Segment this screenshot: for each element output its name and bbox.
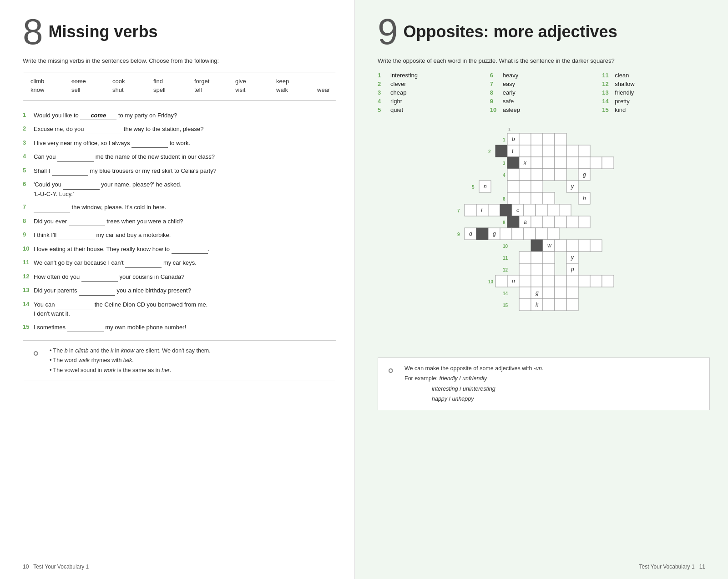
r15-0[interactable] — [519, 299, 531, 311]
blank-9[interactable] — [58, 231, 95, 240]
r4c2[interactable] — [519, 169, 531, 181]
blank-14[interactable] — [56, 300, 93, 310]
r11-2[interactable] — [543, 252, 555, 263]
r4c4[interactable] — [543, 169, 555, 181]
section-9-title: Opposites: more adjectives — [378, 14, 710, 41]
blank-15[interactable] — [67, 323, 104, 332]
r13-7[interactable] — [578, 275, 590, 287]
r13-8[interactable] — [590, 275, 602, 287]
r1c5[interactable] — [555, 133, 566, 145]
r3c4[interactable] — [543, 157, 555, 169]
r8-6[interactable] — [578, 216, 590, 228]
blank-13[interactable] — [79, 286, 115, 296]
r9-4[interactable] — [512, 228, 524, 240]
r2c6[interactable] — [566, 145, 578, 157]
r12-2[interactable] — [543, 263, 555, 275]
r13-5[interactable] — [555, 275, 566, 287]
r2c2[interactable] — [519, 145, 531, 157]
r8-3[interactable] — [543, 216, 555, 228]
opp-7: 7 easy — [490, 81, 598, 87]
r2c7[interactable] — [578, 145, 590, 157]
r10-2[interactable] — [555, 240, 566, 252]
blank-11[interactable] — [125, 258, 162, 268]
r5c1[interactable] — [507, 181, 519, 192]
r10-4[interactable] — [578, 240, 590, 252]
blank-10[interactable] — [172, 245, 208, 254]
blank-5[interactable] — [52, 166, 88, 176]
word-come: come — [71, 78, 99, 85]
note-icon-left: ⚬ — [30, 346, 44, 361]
blank-1[interactable]: come — [80, 111, 116, 121]
r9-6[interactable] — [536, 228, 547, 240]
r1c4[interactable] — [543, 133, 555, 145]
row-label-3: 3 — [503, 161, 506, 166]
r8-5[interactable] — [566, 216, 578, 228]
r11-0[interactable] — [519, 252, 531, 263]
r13-9[interactable] — [602, 275, 614, 287]
r4c1[interactable] — [507, 169, 519, 181]
r14-2[interactable] — [543, 287, 555, 299]
exercise-1: 1 Would you like to come to my party on … — [23, 111, 336, 121]
blank-7[interactable] — [34, 203, 70, 212]
r1c2[interactable] — [519, 133, 531, 145]
r12-1[interactable] — [531, 263, 543, 275]
blank-2[interactable] — [86, 125, 122, 134]
r7-8[interactable] — [547, 204, 559, 216]
r4c3[interactable] — [531, 169, 543, 181]
r9-5[interactable] — [524, 228, 536, 240]
r14-4[interactable] — [566, 287, 578, 299]
r11-1[interactable] — [531, 252, 543, 263]
r6c2[interactable] — [519, 192, 531, 204]
opp-5: 5 quiet — [378, 106, 485, 113]
r6c3[interactable] — [531, 192, 543, 204]
r1c3[interactable] — [531, 133, 543, 145]
r9-7[interactable] — [547, 228, 559, 240]
r3c3[interactable] — [531, 157, 543, 169]
r6c1[interactable] — [507, 192, 519, 204]
r15-3[interactable] — [555, 299, 566, 311]
footer-left: 10 Test Your Vocabulary 1 — [23, 564, 89, 570]
blank-3[interactable] — [131, 139, 168, 148]
blank-6[interactable] — [63, 180, 100, 190]
r10-5[interactable] — [590, 240, 602, 252]
r13-3[interactable] — [531, 275, 543, 287]
blank-12[interactable] — [81, 272, 118, 282]
r3c7[interactable] — [578, 157, 590, 169]
r7-1[interactable] — [465, 204, 476, 216]
r9-3[interactable] — [500, 228, 512, 240]
r7-3[interactable] — [488, 204, 500, 216]
r5c3[interactable] — [531, 181, 543, 192]
r3c6[interactable] — [566, 157, 578, 169]
blank-8[interactable] — [69, 217, 105, 227]
blank-4[interactable] — [57, 152, 94, 162]
word-give: give — [235, 78, 263, 85]
r14-0[interactable] — [519, 287, 531, 299]
r7-7[interactable] — [536, 204, 547, 216]
r3c5[interactable] — [555, 157, 566, 169]
r13-2[interactable] — [519, 275, 531, 287]
crossword-svg: .cell { fill: white; stroke: #999; strok… — [439, 124, 657, 347]
r15-2[interactable] — [543, 299, 555, 311]
r2c3[interactable] — [531, 145, 543, 157]
exercise-15: 15 I sometimes my own mobile phone numbe… — [23, 323, 336, 332]
r13-0[interactable] — [495, 275, 507, 287]
r5c2[interactable] — [519, 181, 531, 192]
r13-4[interactable] — [543, 275, 555, 287]
r14-3[interactable] — [555, 287, 566, 299]
r7-9[interactable] — [559, 204, 571, 216]
r3c8[interactable] — [590, 157, 602, 169]
r3c9[interactable] — [602, 157, 614, 169]
r8-2[interactable] — [531, 216, 543, 228]
r6c4[interactable] — [543, 192, 555, 204]
r15-4[interactable] — [566, 299, 578, 311]
r7-6[interactable] — [524, 204, 536, 216]
r2c0 — [495, 145, 507, 157]
r13-6[interactable] — [566, 275, 578, 287]
opp-3: 3 cheap — [378, 89, 485, 96]
r8-4[interactable] — [555, 216, 566, 228]
r10-3[interactable] — [566, 240, 578, 252]
r2c5[interactable] — [555, 145, 566, 157]
r2c4[interactable] — [543, 145, 555, 157]
r12-0[interactable] — [519, 263, 531, 275]
r4c5[interactable] — [555, 169, 566, 181]
